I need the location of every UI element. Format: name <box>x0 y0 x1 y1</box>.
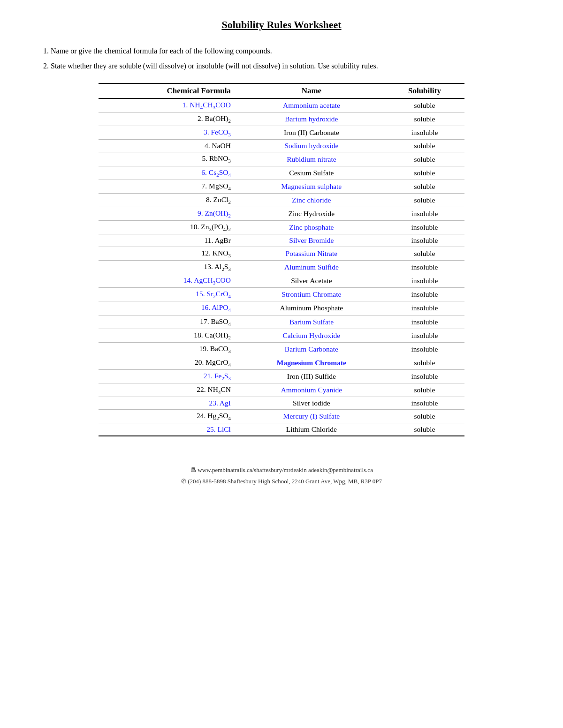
solubility-cell: soluble <box>385 410 464 423</box>
col-header-formula: Chemical Formula <box>99 83 238 98</box>
formula-cell: 5. RbNO3 <box>99 152 238 166</box>
formula-cell: 4. NaOH <box>99 140 238 152</box>
formula-cell: 16. AlPO4 <box>99 301 238 315</box>
formula-cell: 23. AgI <box>99 397 238 410</box>
name-cell: Ammonium Cyanide <box>238 383 385 397</box>
solubility-table: Chemical Formula Name Solubility 1. NH4C… <box>99 83 464 436</box>
formula-cell: 20. MgCrO4 <box>99 356 238 369</box>
formula-cell: 13. Al2S3 <box>99 261 238 274</box>
solubility-cell: soluble <box>385 423 464 436</box>
name-cell: Strontium Chromate <box>238 288 385 301</box>
table-row: 25. LiClLithium Chloridesoluble <box>99 423 464 436</box>
solubility-cell: insoluble <box>385 126 464 140</box>
table-row: 19. BaCO3Barium Carbonateinsoluble <box>99 342 464 356</box>
table-row: 6. Cs2SO4Cesium Sulfatesoluble <box>99 166 464 180</box>
phone-icon: ✆ <box>181 478 186 485</box>
solubility-cell: soluble <box>385 247 464 261</box>
name-cell: Silver Acetate <box>238 274 385 288</box>
table-row: 17. BaSO4Barium Sulfateinsoluble <box>99 315 464 329</box>
table-row: 4. NaOHSodium hydroxidesoluble <box>99 140 464 152</box>
instructions-section: Name or give the chemical formula for ea… <box>38 45 525 72</box>
table-row: 24. Hg2SO4Mercury (I) Sulfatesoluble <box>99 410 464 423</box>
name-cell: Barium hydroxide <box>238 113 385 126</box>
table-row: 2. Ba(OH)2Barium hydroxidesoluble <box>99 113 464 126</box>
formula-cell: 17. BaSO4 <box>99 315 238 329</box>
table-row: 22. NH4CNAmmonium Cyanidesoluble <box>99 383 464 397</box>
formula-cell: 2. Ba(OH)2 <box>99 113 238 126</box>
printer-icon: 🖶 <box>190 466 196 473</box>
table-row: 12. KNO3Potassium Nitratesoluble <box>99 247 464 261</box>
name-cell: Calcium Hydroxide <box>238 329 385 342</box>
formula-cell: 12. KNO3 <box>99 247 238 261</box>
name-cell: Iron (III) Sulfide <box>238 369 385 383</box>
formula-cell: 8. ZnCl2 <box>99 193 238 207</box>
formula-cell: 21. Fe2S3 <box>99 369 238 383</box>
name-cell: Sodium hydroxide <box>238 140 385 152</box>
table-row: 14. AgCH3COOSilver Acetateinsoluble <box>99 274 464 288</box>
name-cell: Lithium Chloride <box>238 423 385 436</box>
solubility-cell: insoluble <box>385 220 464 234</box>
formula-cell: 25. LiCl <box>99 423 238 436</box>
name-cell: Aluminum Sulfide <box>238 261 385 274</box>
solubility-cell: soluble <box>385 383 464 397</box>
table-row: 21. Fe2S3Iron (III) Sulfideinsoluble <box>99 369 464 383</box>
solubility-cell: insoluble <box>385 329 464 342</box>
footer: 🖶 www.pembinatrails.ca/shaftesbury/mrdea… <box>38 465 525 487</box>
solubility-cell: insoluble <box>385 342 464 356</box>
name-cell: Silver Bromide <box>238 234 385 247</box>
formula-cell: 14. AgCH3COO <box>99 274 238 288</box>
table-row: 8. ZnCl2Zinc chloridesoluble <box>99 193 464 207</box>
solubility-cell: soluble <box>385 193 464 207</box>
name-cell: Zinc phosphate <box>238 220 385 234</box>
name-cell: Aluminum Phosphate <box>238 301 385 315</box>
col-header-name: Name <box>238 83 385 98</box>
footer-line1: 🖶 www.pembinatrails.ca/shaftesbury/mrdea… <box>38 465 525 475</box>
name-cell: Potassium Nitrate <box>238 247 385 261</box>
formula-cell: 10. Zn3(PO4)2 <box>99 220 238 234</box>
name-cell: Rubidium nitrate <box>238 152 385 166</box>
name-cell: Mercury (I) Sulfate <box>238 410 385 423</box>
solubility-cell: insoluble <box>385 369 464 383</box>
formula-cell: 24. Hg2SO4 <box>99 410 238 423</box>
solubility-cell: soluble <box>385 166 464 180</box>
table-row: 20. MgCrO4Magnesium Chromatesoluble <box>99 356 464 369</box>
instruction-1: Name or give the chemical formula for ea… <box>51 45 525 57</box>
solubility-cell: insoluble <box>385 397 464 410</box>
solubility-cell: insoluble <box>385 288 464 301</box>
solubility-cell: insoluble <box>385 274 464 288</box>
solubility-cell: soluble <box>385 180 464 193</box>
instruction-2: State whether they are soluble (will dis… <box>51 60 525 72</box>
name-cell: Barium Sulfate <box>238 315 385 329</box>
solubility-cell: soluble <box>385 98 464 113</box>
table-row: 16. AlPO4Aluminum Phosphateinsoluble <box>99 301 464 315</box>
name-cell: Ammonium acetate <box>238 98 385 113</box>
solubility-cell: insoluble <box>385 234 464 247</box>
table-row: 5. RbNO3Rubidium nitratesoluble <box>99 152 464 166</box>
table-row: 13. Al2S3Aluminum Sulfideinsoluble <box>99 261 464 274</box>
formula-cell: 11. AgBr <box>99 234 238 247</box>
table-header-row: Chemical Formula Name Solubility <box>99 83 464 98</box>
table-row: 18. Ca(OH)2Calcium Hydroxideinsoluble <box>99 329 464 342</box>
formula-cell: 22. NH4CN <box>99 383 238 397</box>
solubility-cell: soluble <box>385 113 464 126</box>
formula-cell: 15. Sr2CrO4 <box>99 288 238 301</box>
footer-line2: ✆ (204) 888-5898 Shaftesbury High School… <box>38 476 525 487</box>
name-cell: Iron (II) Carbonate <box>238 126 385 140</box>
name-cell: Silver iodide <box>238 397 385 410</box>
formula-cell: 6. Cs2SO4 <box>99 166 238 180</box>
solubility-cell: insoluble <box>385 301 464 315</box>
formula-cell: 1. NH4CH3COO <box>99 98 238 113</box>
name-cell: Magnesium Chromate <box>238 356 385 369</box>
table-row: 7. MgSO4Magnesium sulphatesoluble <box>99 180 464 193</box>
solubility-cell: soluble <box>385 152 464 166</box>
table-row: 10. Zn3(PO4)2Zinc phosphateinsoluble <box>99 220 464 234</box>
formula-cell: 9. Zn(OH)2 <box>99 207 238 220</box>
formula-cell: 19. BaCO3 <box>99 342 238 356</box>
table-row: 23. AgISilver iodideinsoluble <box>99 397 464 410</box>
name-cell: Barium Carbonate <box>238 342 385 356</box>
solubility-cell: insoluble <box>385 207 464 220</box>
name-cell: Magnesium sulphate <box>238 180 385 193</box>
table-row: 1. NH4CH3COOAmmonium acetatesoluble <box>99 98 464 113</box>
col-header-solubility: Solubility <box>385 83 464 98</box>
solubility-cell: insoluble <box>385 261 464 274</box>
